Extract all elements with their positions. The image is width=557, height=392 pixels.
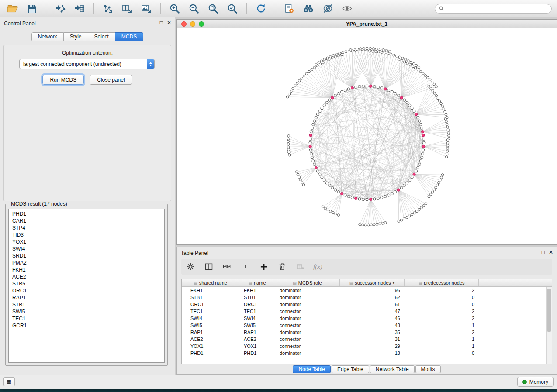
close-panel-button[interactable]: Close panel (90, 75, 132, 85)
mcds-result-group: MCDS result (17 nodes) PHD1CAR1STP4TID3Y… (5, 204, 168, 366)
close-panel-icon[interactable]: ✕ (549, 249, 553, 255)
column-sort-icon: ▤ (194, 281, 197, 285)
table-row[interactable]: FKH1FKH1dominator962 (182, 287, 546, 294)
float-panel-icon[interactable]: □ (542, 249, 545, 255)
tab-edge-table[interactable]: Edge Table (332, 365, 369, 373)
mcds-result-item[interactable]: SRD1 (9, 252, 164, 259)
mcds-result-item[interactable]: PHD1 (9, 210, 164, 217)
export-table-icon[interactable] (120, 2, 135, 16)
zoom-out-icon[interactable] (187, 2, 201, 16)
search-icon (439, 6, 444, 11)
main-toolbar (0, 0, 557, 17)
show-column-icon[interactable] (203, 261, 214, 272)
table-row[interactable]: PHD1PHD1dominator180 (182, 350, 546, 357)
column-header-successor-nodes[interactable]: ▤successor nodes▾ (340, 279, 405, 286)
column-header-predecessor-nodes[interactable]: ▤predecessor nodes (405, 279, 479, 286)
hide-details-icon[interactable] (320, 2, 335, 16)
search-input[interactable] (446, 6, 548, 12)
column-sort-icon: ▤ (293, 281, 297, 285)
open-folder-icon[interactable] (5, 2, 20, 16)
control-panel: Control Panel □ ✕ NetworkStyleSelectMCDS… (0, 17, 175, 375)
share-document-icon[interactable] (282, 2, 297, 16)
app-window: Control Panel □ ✕ NetworkStyleSelectMCDS… (0, 0, 557, 389)
zoom-fit-icon[interactable] (206, 2, 221, 16)
table-row[interactable]: TEC1TEC1connector472 (182, 308, 546, 315)
mcds-result-item[interactable]: PMA2 (9, 259, 164, 266)
delete-column-trash-icon[interactable] (277, 261, 288, 272)
mcds-result-item[interactable]: YOX1 (9, 238, 164, 245)
mcds-result-item[interactable]: SWI4 (9, 245, 164, 252)
toolbar-separator (275, 3, 275, 14)
mcds-result-item[interactable]: GCR1 (9, 322, 164, 329)
delete-table-icon-disabled (295, 261, 306, 272)
table-scrollbar[interactable] (546, 287, 552, 364)
export-image-icon[interactable] (139, 2, 154, 16)
tab-network-table[interactable]: Network Table (370, 365, 415, 373)
table-row[interactable]: SWI4SWI4dominator462 (182, 315, 546, 322)
table-row[interactable]: STB1STB1dominator620 (182, 294, 546, 301)
network-canvas[interactable] (177, 28, 557, 244)
tab-motifs[interactable]: Motifs (415, 365, 441, 373)
zoom-selected-icon[interactable] (225, 2, 240, 16)
mcds-result-item[interactable]: TID3 (9, 231, 164, 238)
table-panel-title: Table Panel (181, 250, 208, 256)
mcds-result-item[interactable]: CAR1 (9, 217, 164, 224)
mcds-result-item[interactable]: ORC1 (9, 287, 164, 294)
mcds-result-item[interactable]: STB5 (9, 280, 164, 287)
network-title: YPA_prune.txt_1 (177, 21, 557, 27)
column-header-name[interactable]: ▤name (239, 279, 275, 286)
node-table-body: FKH1FKH1dominator962STB1STB1dominator620… (182, 287, 546, 364)
column-header-shared-name[interactable]: ▤shared name (182, 279, 239, 286)
toolbar-separator (160, 3, 161, 14)
column-header-MCDS-role[interactable]: ▤MCDS role (275, 279, 340, 286)
first-neighbors-icon[interactable] (301, 2, 316, 16)
mcds-result-item[interactable]: STP4 (9, 224, 164, 231)
node-table-header: ▤shared name▤name▤MCDS role▤successor no… (182, 279, 552, 287)
table-row[interactable]: SWI5SWI5connector431 (182, 322, 546, 329)
save-icon[interactable] (24, 2, 39, 16)
select-all-icon[interactable] (221, 261, 233, 272)
mcds-result-item[interactable]: ACE2 (9, 273, 164, 280)
tab-select[interactable]: Select (88, 32, 115, 41)
close-panel-icon[interactable]: ✕ (167, 20, 171, 26)
mcds-result-item[interactable]: TEC1 (9, 315, 164, 322)
table-scrollbar-thumb[interactable] (547, 289, 551, 332)
column-sort-icon: ▤ (349, 281, 353, 285)
toolbar-separator (246, 3, 247, 14)
add-column-icon[interactable] (258, 261, 270, 272)
chevron-down-icon: ▾ (393, 281, 395, 285)
export-network-icon[interactable] (100, 2, 115, 16)
show-graphics-eye-icon[interactable] (339, 2, 354, 16)
table-toolbar: f(x) (181, 259, 552, 275)
mcds-result-item[interactable]: STB1 (9, 301, 164, 308)
memory-button[interactable]: Memory (517, 377, 554, 387)
memory-label: Memory (529, 379, 548, 385)
criterion-dropdown[interactable]: largest connected component (undirected) (19, 59, 155, 69)
float-panel-icon[interactable]: □ (160, 20, 163, 26)
table-row[interactable]: RAP1RAP1dominator352 (182, 329, 546, 336)
memory-status-dot (522, 380, 527, 384)
toolbar-separator (93, 3, 94, 14)
task-history-icon[interactable]: ≣ (3, 377, 15, 386)
tab-network[interactable]: Network (31, 32, 64, 41)
table-tabs: Node TableEdge TableNetwork TableMotifs (177, 365, 557, 373)
toolbar-separator (46, 3, 46, 14)
mcds-result-list: PHD1CAR1STP4TID3YOX1SWI4SRD1PMA2FKH1ACE2… (8, 209, 165, 363)
tab-node-table[interactable]: Node Table (293, 365, 331, 373)
table-row[interactable]: ACE2ACE2connector311 (182, 336, 546, 343)
import-network-icon[interactable] (53, 2, 68, 16)
refresh-icon[interactable] (253, 2, 268, 16)
tab-style[interactable]: Style (64, 32, 88, 41)
mcds-result-item[interactable]: FKH1 (9, 266, 164, 273)
mcds-result-item[interactable]: RAP1 (9, 294, 164, 301)
mcds-result-item[interactable]: SWI5 (9, 308, 164, 315)
table-settings-gear-icon[interactable] (185, 261, 196, 272)
table-row[interactable]: ORC1ORC1dominator610 (182, 301, 546, 308)
optimization-criterion-label: Optimization criterion: (0, 50, 175, 56)
deselect-all-icon[interactable] (240, 261, 251, 272)
import-table-icon[interactable] (72, 2, 87, 16)
table-row[interactable]: YOX1YOX1connector291 (182, 343, 546, 350)
tab-mcds[interactable]: MCDS (115, 32, 143, 41)
run-mcds-button[interactable]: Run MCDS (42, 75, 84, 85)
zoom-in-icon[interactable] (167, 2, 182, 16)
